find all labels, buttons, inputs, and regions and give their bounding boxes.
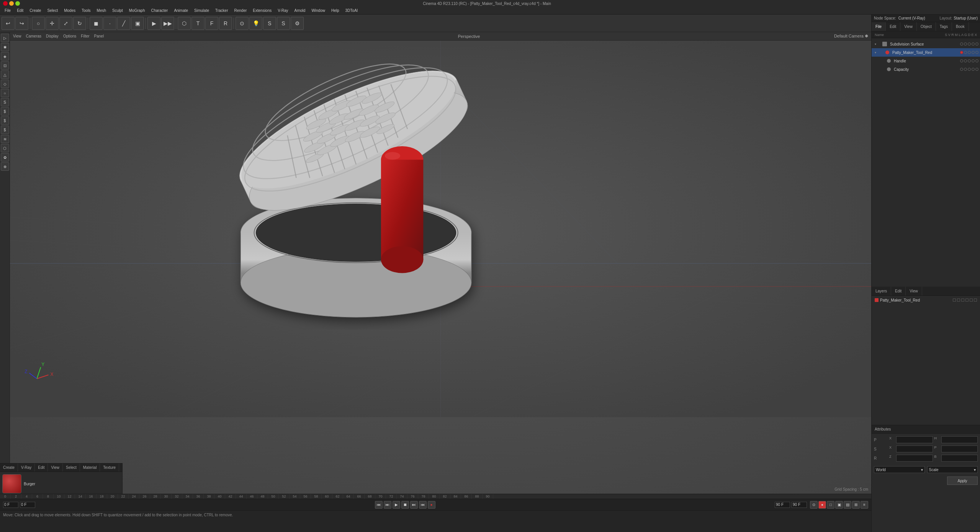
- render-btn[interactable]: ▶▶: [161, 17, 174, 30]
- pos-y-field[interactable]: [941, 436, 978, 443]
- render-view-btn[interactable]: ▶: [147, 17, 160, 30]
- menu-animate[interactable]: Animate: [171, 7, 191, 14]
- menu-mesh[interactable]: Mesh: [94, 7, 109, 14]
- layer-ctrl-2[interactable]: [957, 299, 960, 302]
- minimize-button[interactable]: [9, 1, 14, 6]
- render-ctrl-7[interactable]: ≡: [861, 501, 868, 509]
- layers-view-tab[interactable]: View: [906, 287, 922, 295]
- pb-to-start[interactable]: ⏮: [375, 501, 383, 509]
- world-dropdown[interactable]: World ▾: [874, 466, 925, 473]
- menu-character[interactable]: Character: [148, 7, 171, 14]
- left-tool-3[interactable]: ◈: [1, 52, 9, 60]
- menu-select[interactable]: Select: [44, 7, 61, 14]
- layer-ctrl-1[interactable]: [953, 299, 956, 302]
- render-ctrl-2[interactable]: ●: [818, 501, 826, 509]
- tab-tags[interactable]: Tags: [936, 22, 952, 31]
- left-tool-9[interactable]: $: [1, 107, 9, 116]
- tab-book[interactable]: Book: [952, 22, 969, 31]
- left-tool-11[interactable]: $: [1, 126, 9, 134]
- lights-btn[interactable]: 💡: [249, 17, 262, 30]
- rotate-btn[interactable]: ↻: [73, 17, 86, 30]
- apply-button[interactable]: Apply: [947, 477, 978, 485]
- menu-sculpt[interactable]: Sculpt: [109, 7, 126, 14]
- top-btn[interactable]: T: [191, 17, 205, 30]
- menu-arnold[interactable]: Arnold: [291, 7, 308, 14]
- left-tool-6[interactable]: ◇: [1, 80, 9, 88]
- layer-ctrl-6[interactable]: [974, 299, 977, 302]
- left-tool-10[interactable]: $: [1, 116, 9, 125]
- viewport-tab-view[interactable]: View: [13, 34, 21, 38]
- pb-record[interactable]: ●: [428, 501, 435, 509]
- menu-window[interactable]: Window: [308, 7, 328, 14]
- mat-tab-material[interactable]: Material: [80, 463, 100, 472]
- pos-x-field[interactable]: [896, 436, 933, 443]
- mat-tab-create[interactable]: Create: [0, 463, 18, 472]
- layer-ctrl-5[interactable]: [970, 299, 973, 302]
- viewport-tab-display[interactable]: Display: [46, 34, 59, 38]
- pb-stop[interactable]: ⏹: [401, 501, 409, 509]
- render-ctrl-3[interactable]: □: [827, 501, 834, 509]
- tab-edit[interactable]: Edit: [886, 22, 900, 31]
- left-tool-8[interactable]: S: [1, 98, 9, 106]
- left-tool-2[interactable]: ✱: [1, 43, 9, 51]
- render-ctrl-1[interactable]: ⊙: [810, 501, 818, 509]
- tab-file[interactable]: File: [872, 22, 886, 31]
- mat-tab-view[interactable]: View: [48, 463, 63, 472]
- layer-ctrl-3[interactable]: [961, 299, 964, 302]
- tree-item-subdivision[interactable]: ▾ Subdivision Surface: [872, 40, 980, 48]
- menu-help[interactable]: Help: [328, 7, 342, 14]
- mat-tab-texture[interactable]: Texture: [100, 463, 119, 472]
- scale-btn[interactable]: ⤢: [59, 17, 72, 30]
- mat-tab-edit[interactable]: Edit: [35, 463, 48, 472]
- viewport-tab-options[interactable]: Options: [63, 34, 76, 38]
- menu-3dtoai[interactable]: 3DToAI: [342, 7, 361, 14]
- render-ctrl-6[interactable]: ⊞: [852, 501, 860, 509]
- script-btn[interactable]: S: [263, 17, 276, 30]
- tree-item-patty[interactable]: ▾ Patty_Maker_Tool_Red: [872, 48, 980, 57]
- rot-y-field[interactable]: [941, 455, 978, 462]
- menu-file[interactable]: File: [2, 7, 14, 14]
- menu-edit[interactable]: Edit: [14, 7, 26, 14]
- menu-tracker[interactable]: Tracker: [212, 7, 231, 14]
- render-ctrl-5[interactable]: ▤: [844, 501, 851, 509]
- move-btn[interactable]: ✛: [46, 17, 59, 30]
- tree-item-capacity[interactable]: Capacity: [872, 65, 980, 73]
- edge-mode-btn[interactable]: ╱: [117, 17, 130, 30]
- pb-to-end[interactable]: ⏮: [419, 501, 427, 509]
- tab-object[interactable]: Object: [917, 22, 936, 31]
- left-tool-14[interactable]: ✿: [1, 153, 9, 162]
- persp-btn[interactable]: ⬡: [178, 17, 191, 30]
- menu-extensions[interactable]: Extensions: [250, 7, 275, 14]
- object-snap-btn[interactable]: ⊙: [236, 17, 249, 30]
- redo-btn[interactable]: ↪: [15, 17, 28, 30]
- menu-modes[interactable]: Modes: [61, 7, 79, 14]
- menu-vray[interactable]: V-Ray: [275, 7, 291, 14]
- tree-item-handle[interactable]: Handle: [872, 57, 980, 65]
- left-tool-4[interactable]: ⊡: [1, 61, 9, 70]
- menu-render[interactable]: Render: [231, 7, 250, 14]
- front-btn[interactable]: F: [205, 17, 218, 30]
- menu-simulate[interactable]: Simulate: [191, 7, 212, 14]
- left-tool-1[interactable]: ▷: [1, 34, 9, 42]
- material-thumbnail[interactable]: [2, 474, 21, 493]
- menu-create[interactable]: Create: [26, 7, 44, 14]
- menu-mograph[interactable]: MoGraph: [126, 7, 148, 14]
- pb-play[interactable]: ▶: [393, 501, 400, 509]
- poly-mode-btn[interactable]: ▣: [131, 17, 144, 30]
- scale-y-field[interactable]: [941, 446, 978, 452]
- layers-tab[interactable]: Layers: [872, 287, 891, 295]
- pb-prev-key[interactable]: ⏭: [384, 501, 391, 509]
- layer-ctrl-4[interactable]: [965, 299, 969, 302]
- mat-tab-vray[interactable]: V-Ray: [18, 463, 35, 472]
- scene-canvas[interactable]: X Y Z Grid Spacing : 5 cm: [10, 41, 871, 494]
- pb-next-key[interactable]: ⏭: [410, 501, 418, 509]
- viewport-tab-panel[interactable]: Panel: [94, 34, 104, 38]
- tab-view[interactable]: View: [900, 22, 917, 31]
- point-mode-btn[interactable]: ·: [103, 17, 116, 30]
- rot-x-field[interactable]: [896, 455, 933, 462]
- layers-edit-tab[interactable]: Edit: [891, 287, 906, 295]
- scale-dropdown[interactable]: Scale ▾: [927, 466, 978, 473]
- mat-tab-select[interactable]: Select: [63, 463, 80, 472]
- viewport[interactable]: View Cameras Display Options Filter Pane…: [10, 32, 871, 494]
- left-tool-7[interactable]: ○: [1, 89, 9, 97]
